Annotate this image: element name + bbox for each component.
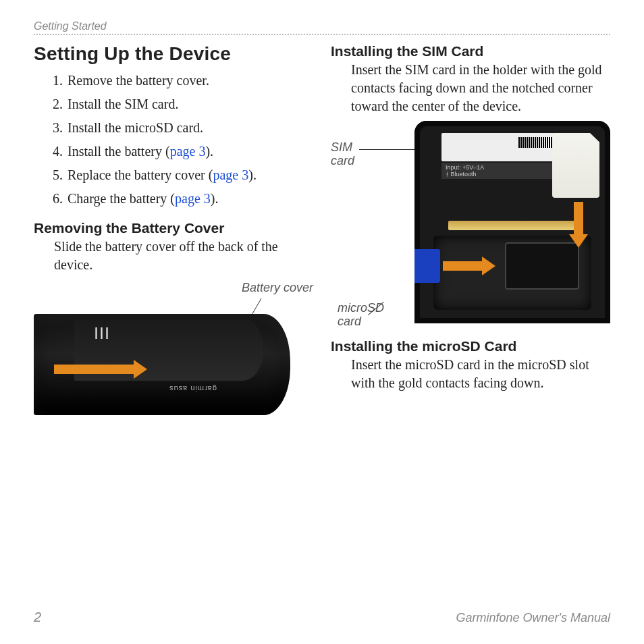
- manual-title: Garminfone Owner's Manual: [456, 611, 610, 625]
- page-link[interactable]: page 3: [170, 144, 206, 159]
- step-2: Install the SIM card.: [66, 94, 313, 117]
- input-rating: Input: +5V⎓1A: [446, 164, 484, 171]
- step-1: Remove the battery cover.: [66, 70, 313, 94]
- step-4-post: ).: [205, 144, 213, 159]
- bluetooth-label: ᚼ Bluetooth: [446, 171, 477, 178]
- step-5: Replace the battery cover (page 3).: [66, 165, 313, 188]
- battery-cover-caption: Battery cover: [242, 281, 313, 295]
- install-microsd-text: Insert the microSD card in the microSD s…: [331, 356, 610, 392]
- step-4-pre: Install the battery (: [68, 144, 170, 159]
- right-column: Installing the SIM Card Insert the SIM c…: [331, 43, 610, 439]
- microsd-card-illustration: [414, 249, 440, 283]
- bluetooth-text: Bluetooth: [451, 171, 477, 178]
- left-column: Setting Up the Device Remove the battery…: [34, 43, 313, 439]
- step-6-pre: Charge the battery (: [68, 191, 175, 206]
- sim-caption-l1: SIM: [331, 140, 352, 154]
- contact-bar: [448, 221, 576, 230]
- page-link[interactable]: page 3: [175, 191, 211, 206]
- step-4: Install the battery (page 3).: [66, 141, 313, 165]
- sim-caption-l2: card: [331, 154, 354, 167]
- header-rule: [34, 34, 610, 35]
- install-sim-text: Insert the SIM card in the holder with t…: [331, 61, 610, 115]
- page-number: 2: [34, 610, 41, 625]
- page-title: Setting Up the Device: [34, 43, 313, 65]
- page-link[interactable]: page 3: [213, 167, 248, 182]
- install-microsd-heading: Installing the microSD Card: [331, 338, 610, 354]
- step-3: Install the microSD card.: [66, 117, 313, 141]
- step-6: Charge the battery (page 3).: [66, 188, 313, 212]
- sim-caption: SIM card: [331, 141, 354, 168]
- step-5-pre: Replace the battery cover (: [68, 167, 213, 182]
- insert-down-arrow-icon: [574, 202, 583, 236]
- setup-steps-list: Remove the battery cover. Install the SI…: [34, 70, 313, 212]
- two-column-layout: Setting Up the Device Remove the battery…: [34, 43, 610, 439]
- step-6-post: ).: [211, 191, 219, 206]
- removing-cover-heading: Removing the Battery Cover: [34, 220, 313, 236]
- device-brand-text: garmin asus: [169, 385, 217, 393]
- page-footer: 2 Garminfone Owner's Manual: [34, 610, 610, 625]
- sim-microsd-figure: SIM card Input: +5V⎓1A ᚼ Bluetooth: [331, 121, 610, 330]
- insert-arrow-icon: [443, 261, 483, 271]
- battery-cover-figure: Battery cover ||| garmin asus: [34, 277, 313, 439]
- step-5-post: ).: [248, 167, 257, 182]
- grip-lines-icon: |||: [95, 325, 111, 340]
- removing-cover-text: Slide the battery cover off the back of …: [34, 238, 313, 274]
- sim-card-illustration: [552, 133, 599, 198]
- install-sim-heading: Installing the SIM Card: [331, 43, 610, 59]
- card-slot: [505, 242, 579, 290]
- slide-arrow-icon: [54, 365, 135, 374]
- running-head: Getting Started: [34, 20, 610, 32]
- microsd-caption-l2: card: [338, 315, 361, 328]
